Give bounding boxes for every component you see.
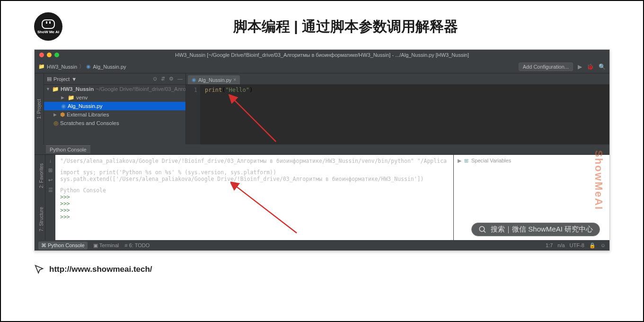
search-icon[interactable]: 🔍	[599, 63, 606, 70]
tree-item-external-libraries[interactable]: ▶⬢ External Libraries	[44, 110, 185, 119]
window-maximize-button[interactable]	[54, 53, 59, 57]
breadcrumb[interactable]: 📁 HW3_Nussin 〉 ◉ Alg_Nussin.py	[38, 63, 126, 70]
sidebar-tab-structure[interactable]: 7: Structure	[35, 207, 44, 232]
window-titlebar: HW3_Nussin [~/Google Drive/!Bioinf_drive…	[35, 50, 609, 60]
tree-root[interactable]: ▼📁 HW3_Nussin ~/Google Drive/!Bioinf_dri…	[44, 85, 185, 93]
line-number: 1	[194, 87, 197, 93]
scroll-icon[interactable]: ↓	[49, 158, 52, 163]
editor: ◉ Alg_Nussin.py × 1 print("Hello")	[186, 73, 609, 144]
svg-line-3	[484, 231, 485, 233]
project-tool-window: ▤ Project ▼ ⊙ ⇵ ⚙ — ▼📁 HW3_Nussin ~/Goog…	[44, 73, 186, 144]
expand-icon[interactable]: ⊞	[48, 167, 53, 173]
watermark-search-badge: 搜索｜微信 ShowMeAI 研究中心	[471, 223, 600, 236]
svg-point-2	[479, 226, 485, 232]
logo: ShoW Me AI	[34, 12, 62, 41]
console-output[interactable]: "/Users/alena_paliakova/Google Drive/!Bi…	[55, 155, 453, 240]
panel-title: Project	[53, 76, 70, 82]
status-python-console[interactable]: ⌘Python Console	[38, 242, 88, 250]
slide-title: 脚本编程 | 通过脚本参数调用解释器	[77, 17, 615, 36]
breadcrumb-file: Alg_Nussin.py	[93, 64, 126, 70]
sidebar-tab-favorites[interactable]: 2: Favorites	[35, 163, 44, 188]
ide-window: HW3_Nussin [~/Google Drive/!Bioinf_drive…	[34, 49, 610, 251]
console-tab[interactable]: Python Console	[46, 145, 90, 153]
status-todo[interactable]: ≡6: TODO	[124, 242, 150, 250]
prompt: >>>	[60, 207, 449, 214]
gear-icon[interactable]: ⚙	[169, 76, 174, 82]
python-file-icon: ◉	[86, 63, 91, 70]
sidebar-tab-project[interactable]: 1: Project	[35, 73, 44, 144]
folder-icon: ▤	[47, 76, 52, 82]
status-bar: ⌘Python Console ▣Terminal ≡6: TODO 1:7 n…	[35, 240, 609, 250]
tree-item-venv[interactable]: ▶📁 venv	[44, 93, 185, 102]
footer-url: http://www.showmeai.tech/	[49, 265, 152, 274]
prompt: >>>	[60, 194, 449, 200]
search-icon	[478, 225, 487, 234]
python-file-icon: ◉	[192, 77, 196, 83]
code-area[interactable]: 1 print("Hello")	[186, 85, 609, 144]
window-close-button[interactable]	[39, 53, 44, 57]
lock-icon[interactable]: 🔒	[589, 242, 596, 249]
window-minimize-button[interactable]	[47, 53, 52, 57]
status-terminal[interactable]: ▣Terminal	[93, 242, 119, 250]
close-icon[interactable]: ×	[233, 77, 236, 82]
status-na: n/a	[557, 242, 565, 248]
console-line: Python Console	[60, 187, 449, 194]
navigation-bar: 📁 HW3_Nussin 〉 ◉ Alg_Nussin.py Add Confi…	[35, 60, 609, 73]
breadcrumb-separator: 〉	[79, 63, 84, 70]
inspector-icon[interactable]: ☺	[600, 242, 606, 248]
hide-icon[interactable]: —	[177, 76, 183, 82]
cursor-position: 1:7	[546, 242, 553, 248]
run-icon[interactable]: ▶	[578, 63, 582, 70]
window-title: HW3_Nussin [~/Google Drive/!Bioinf_drive…	[175, 52, 469, 58]
tree-item-file[interactable]: ◉ Alg_Nussin.py	[44, 102, 185, 110]
console-line: import sys; print('Python %s on %s' % (s…	[60, 169, 449, 176]
project-tree: ▼📁 HW3_Nussin ~/Google Drive/!Bioinf_dri…	[44, 85, 185, 144]
add-configuration-button[interactable]: Add Configuration...	[519, 63, 573, 71]
cursor-icon	[34, 264, 44, 275]
dropdown-icon[interactable]: ▼	[71, 76, 77, 82]
locate-icon[interactable]: ⊙	[153, 76, 157, 82]
console-line: "/Users/alena_paliakova/Google Drive/!Bi…	[60, 158, 449, 164]
encoding[interactable]: UTF-8	[570, 242, 584, 248]
filter-icon[interactable]: ☰	[48, 187, 53, 193]
collapse-icon[interactable]: ⇵	[161, 76, 165, 82]
logo-text: ShoW Me AI	[37, 30, 59, 34]
debug-icon[interactable]: 🐞	[587, 63, 594, 70]
prompt: >>>	[60, 214, 449, 220]
console-line: sys.path.extend(['/Users/alena_paliakova…	[60, 176, 449, 182]
prompt: >>>	[60, 200, 449, 207]
editor-tab[interactable]: ◉ Alg_Nussin.py ×	[188, 75, 240, 84]
tree-item-scratches[interactable]: ◎ Scratches and Consoles	[44, 119, 185, 127]
wrap-icon[interactable]: ↩	[48, 177, 53, 183]
caret-icon: ▶	[458, 158, 461, 164]
folder-icon: 📁	[38, 63, 45, 70]
breadcrumb-project: HW3_Nussin	[47, 64, 77, 70]
